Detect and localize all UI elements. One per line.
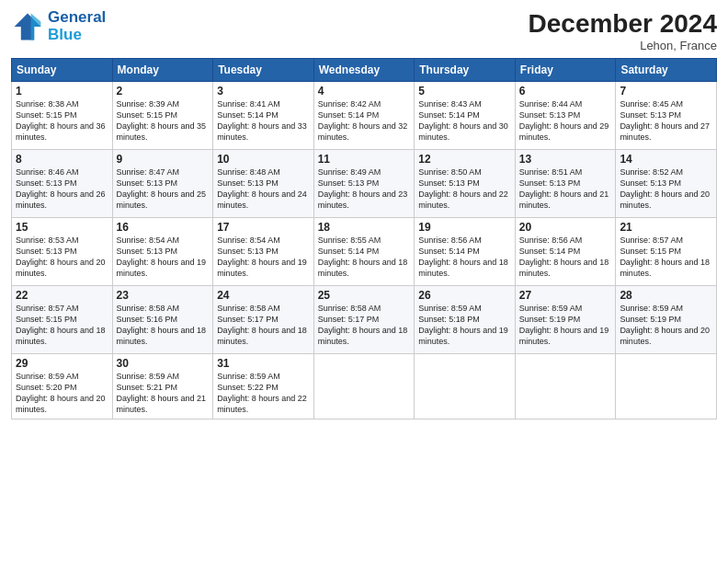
calendar-cell bbox=[515, 354, 616, 419]
day-number: 27 bbox=[519, 289, 612, 302]
logo-icon bbox=[11, 10, 44, 43]
day-info: Sunrise: 8:59 AMSunset: 5:19 PMDaylight:… bbox=[519, 304, 609, 346]
day-info: Sunrise: 8:54 AMSunset: 5:13 PMDaylight:… bbox=[117, 236, 207, 278]
calendar-cell: 4 Sunrise: 8:42 AMSunset: 5:14 PMDayligh… bbox=[313, 82, 415, 150]
day-number: 7 bbox=[620, 85, 712, 98]
day-info: Sunrise: 8:57 AMSunset: 5:15 PMDaylight:… bbox=[16, 304, 106, 346]
calendar-cell: 25 Sunrise: 8:58 AMSunset: 5:17 PMDaylig… bbox=[313, 286, 415, 354]
logo-line2: Blue bbox=[48, 26, 82, 43]
calendar-cell: 7 Sunrise: 8:45 AMSunset: 5:13 PMDayligh… bbox=[616, 82, 717, 150]
day-number: 15 bbox=[16, 221, 108, 234]
calendar-cell: 24 Sunrise: 8:58 AMSunset: 5:17 PMDaylig… bbox=[213, 286, 314, 354]
calendar-cell: 3 Sunrise: 8:41 AMSunset: 5:14 PMDayligh… bbox=[213, 82, 314, 150]
day-header-thursday: Thursday bbox=[415, 59, 516, 82]
day-number: 1 bbox=[16, 85, 108, 98]
day-header-saturday: Saturday bbox=[616, 59, 717, 82]
day-info: Sunrise: 8:59 AMSunset: 5:20 PMDaylight:… bbox=[16, 372, 106, 414]
day-info: Sunrise: 8:58 AMSunset: 5:16 PMDaylight:… bbox=[117, 304, 207, 346]
day-number: 22 bbox=[16, 289, 108, 302]
title-block: December 2024 Lehon, France bbox=[529, 9, 717, 52]
day-number: 20 bbox=[519, 221, 612, 234]
day-number: 28 bbox=[620, 289, 712, 302]
day-number: 11 bbox=[318, 153, 411, 166]
calendar-cell: 21 Sunrise: 8:57 AMSunset: 5:15 PMDaylig… bbox=[616, 218, 717, 286]
week-row-1: 1 Sunrise: 8:38 AMSunset: 5:15 PMDayligh… bbox=[12, 82, 717, 150]
week-row-4: 22 Sunrise: 8:57 AMSunset: 5:15 PMDaylig… bbox=[12, 286, 717, 354]
calendar-cell bbox=[616, 354, 717, 419]
day-header-tuesday: Tuesday bbox=[213, 59, 314, 82]
day-info: Sunrise: 8:51 AMSunset: 5:13 PMDaylight:… bbox=[519, 167, 609, 210]
day-info: Sunrise: 8:55 AMSunset: 5:14 PMDaylight:… bbox=[318, 236, 408, 278]
calendar-cell: 5 Sunrise: 8:43 AMSunset: 5:14 PMDayligh… bbox=[415, 82, 516, 150]
calendar-cell: 20 Sunrise: 8:56 AMSunset: 5:14 PMDaylig… bbox=[515, 218, 616, 286]
page-subtitle: Lehon, France bbox=[529, 39, 717, 52]
day-info: Sunrise: 8:49 AMSunset: 5:13 PMDaylight:… bbox=[318, 167, 408, 210]
day-info: Sunrise: 8:54 AMSunset: 5:13 PMDaylight:… bbox=[217, 236, 307, 278]
day-number: 19 bbox=[418, 221, 511, 234]
day-info: Sunrise: 8:41 AMSunset: 5:14 PMDaylight:… bbox=[217, 99, 307, 142]
calendar-cell: 27 Sunrise: 8:59 AMSunset: 5:19 PMDaylig… bbox=[515, 286, 616, 354]
week-row-5: 29 Sunrise: 8:59 AMSunset: 5:20 PMDaylig… bbox=[12, 354, 717, 419]
calendar-cell: 29 Sunrise: 8:59 AMSunset: 5:20 PMDaylig… bbox=[12, 354, 113, 419]
day-number: 5 bbox=[418, 85, 511, 98]
day-number: 13 bbox=[519, 153, 612, 166]
day-info: Sunrise: 8:56 AMSunset: 5:14 PMDaylight:… bbox=[418, 236, 508, 278]
day-info: Sunrise: 8:45 AMSunset: 5:13 PMDaylight:… bbox=[620, 99, 710, 142]
day-number: 3 bbox=[217, 85, 310, 98]
day-number: 30 bbox=[117, 357, 210, 370]
day-info: Sunrise: 8:43 AMSunset: 5:14 PMDaylight:… bbox=[418, 99, 508, 142]
calendar-cell: 1 Sunrise: 8:38 AMSunset: 5:15 PMDayligh… bbox=[12, 82, 113, 150]
day-number: 23 bbox=[117, 289, 210, 302]
day-info: Sunrise: 8:46 AMSunset: 5:13 PMDaylight:… bbox=[16, 167, 106, 210]
day-number: 26 bbox=[418, 289, 511, 302]
calendar-cell: 16 Sunrise: 8:54 AMSunset: 5:13 PMDaylig… bbox=[112, 218, 213, 286]
day-number: 8 bbox=[16, 153, 108, 166]
day-number: 25 bbox=[318, 289, 411, 302]
day-header-monday: Monday bbox=[112, 59, 213, 82]
day-number: 14 bbox=[620, 153, 712, 166]
calendar-cell: 18 Sunrise: 8:55 AMSunset: 5:14 PMDaylig… bbox=[313, 218, 415, 286]
week-row-2: 8 Sunrise: 8:46 AMSunset: 5:13 PMDayligh… bbox=[12, 150, 717, 218]
day-info: Sunrise: 8:52 AMSunset: 5:13 PMDaylight:… bbox=[620, 167, 710, 210]
calendar-cell: 12 Sunrise: 8:50 AMSunset: 5:13 PMDaylig… bbox=[415, 150, 516, 218]
day-info: Sunrise: 8:48 AMSunset: 5:13 PMDaylight:… bbox=[217, 167, 307, 210]
day-info: Sunrise: 8:39 AMSunset: 5:15 PMDaylight:… bbox=[117, 99, 207, 142]
day-number: 6 bbox=[519, 85, 612, 98]
calendar-cell: 23 Sunrise: 8:58 AMSunset: 5:16 PMDaylig… bbox=[112, 286, 213, 354]
day-number: 17 bbox=[217, 221, 310, 234]
calendar-cell: 11 Sunrise: 8:49 AMSunset: 5:13 PMDaylig… bbox=[313, 150, 415, 218]
svg-marker-2 bbox=[31, 13, 41, 40]
day-info: Sunrise: 8:42 AMSunset: 5:14 PMDaylight:… bbox=[318, 99, 408, 142]
day-number: 9 bbox=[117, 153, 210, 166]
day-number: 12 bbox=[418, 153, 511, 166]
day-info: Sunrise: 8:38 AMSunset: 5:15 PMDaylight:… bbox=[16, 99, 106, 142]
day-info: Sunrise: 8:57 AMSunset: 5:15 PMDaylight:… bbox=[620, 236, 710, 278]
day-number: 18 bbox=[318, 221, 411, 234]
day-number: 10 bbox=[217, 153, 310, 166]
logo: General Blue bbox=[11, 9, 106, 43]
day-info: Sunrise: 8:59 AMSunset: 5:19 PMDaylight:… bbox=[620, 304, 710, 346]
logo-text: General Blue bbox=[48, 9, 106, 43]
day-number: 31 bbox=[217, 357, 310, 370]
calendar-cell: 2 Sunrise: 8:39 AMSunset: 5:15 PMDayligh… bbox=[112, 82, 213, 150]
day-number: 4 bbox=[318, 85, 411, 98]
day-header-friday: Friday bbox=[515, 59, 616, 82]
day-number: 29 bbox=[16, 357, 108, 370]
day-info: Sunrise: 8:58 AMSunset: 5:17 PMDaylight:… bbox=[318, 304, 408, 346]
calendar-cell: 8 Sunrise: 8:46 AMSunset: 5:13 PMDayligh… bbox=[12, 150, 113, 218]
day-info: Sunrise: 8:44 AMSunset: 5:13 PMDaylight:… bbox=[519, 99, 609, 142]
day-number: 16 bbox=[117, 221, 210, 234]
day-info: Sunrise: 8:50 AMSunset: 5:13 PMDaylight:… bbox=[418, 167, 508, 210]
calendar-cell: 15 Sunrise: 8:53 AMSunset: 5:13 PMDaylig… bbox=[12, 218, 113, 286]
header-row: General Blue December 2024 Lehon, France bbox=[11, 9, 717, 52]
calendar-table: SundayMondayTuesdayWednesdayThursdayFrid… bbox=[11, 58, 717, 419]
calendar-cell: 10 Sunrise: 8:48 AMSunset: 5:13 PMDaylig… bbox=[213, 150, 314, 218]
calendar-cell: 19 Sunrise: 8:56 AMSunset: 5:14 PMDaylig… bbox=[415, 218, 516, 286]
week-row-3: 15 Sunrise: 8:53 AMSunset: 5:13 PMDaylig… bbox=[12, 218, 717, 286]
calendar-cell: 31 Sunrise: 8:59 AMSunset: 5:22 PMDaylig… bbox=[213, 354, 314, 419]
page-title: December 2024 bbox=[529, 9, 717, 39]
calendar-cell: 14 Sunrise: 8:52 AMSunset: 5:13 PMDaylig… bbox=[616, 150, 717, 218]
calendar-cell: 13 Sunrise: 8:51 AMSunset: 5:13 PMDaylig… bbox=[515, 150, 616, 218]
day-info: Sunrise: 8:47 AMSunset: 5:13 PMDaylight:… bbox=[117, 167, 207, 210]
day-number: 24 bbox=[217, 289, 310, 302]
